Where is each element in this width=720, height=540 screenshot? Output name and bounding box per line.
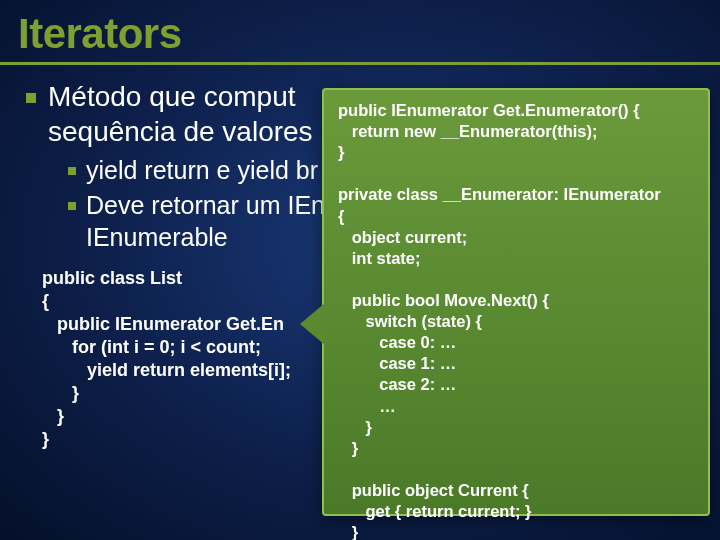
sub-bullet-1-text: yield return e yield br xyxy=(86,155,318,186)
bullet-square-icon xyxy=(26,93,36,103)
bullet-main-line1: Método que comput xyxy=(48,81,296,112)
sub2-line1: Deve retornar um IEn xyxy=(86,191,325,219)
bullet-square-icon xyxy=(68,167,76,175)
bullet-main-text: Método que comput sequência de valores xyxy=(48,79,313,149)
slide-title: Iterators xyxy=(18,10,720,58)
title-bar: Iterators xyxy=(0,0,720,65)
callout-code-block: public IEnumerator Get.Enumerator() { re… xyxy=(322,88,710,516)
sub2-line2: IEnumerable xyxy=(86,223,228,251)
bullet-square-icon xyxy=(68,202,76,210)
bullet-main-line2: sequência de valores xyxy=(48,116,313,147)
sub-bullet-2-text: Deve retornar um IEn IEnumerable xyxy=(86,190,325,253)
